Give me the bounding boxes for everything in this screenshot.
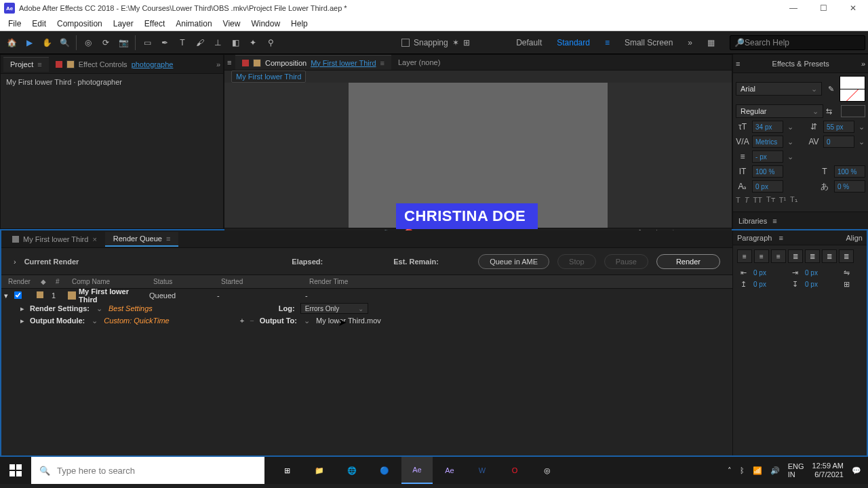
workspace-menu-icon[interactable]: ≡ bbox=[605, 38, 610, 47]
home-tool-icon[interactable]: 🏠 bbox=[3, 35, 20, 51]
tab-layer-none[interactable]: Layer (none) bbox=[391, 55, 447, 70]
allcaps-icon[interactable]: TT bbox=[753, 196, 762, 204]
font-family-dropdown[interactable]: Arial⌄ bbox=[736, 82, 822, 96]
rq-label-swatch[interactable] bbox=[37, 291, 43, 298]
rs-chevron-icon[interactable]: ⌄ bbox=[95, 304, 103, 313]
tab-comp-name[interactable]: My First lower Third bbox=[311, 59, 376, 67]
para-menu-icon[interactable]: ≡ bbox=[778, 234, 783, 242]
font-style-dropdown[interactable]: Regular⌄ bbox=[736, 104, 823, 118]
start-button[interactable] bbox=[0, 457, 31, 484]
rect-tool-icon[interactable]: ▭ bbox=[139, 35, 155, 51]
rotate-tool-icon[interactable]: ⟳ bbox=[98, 35, 114, 51]
no-fill-icon[interactable] bbox=[841, 105, 865, 117]
kerning-input[interactable]: Metrics bbox=[752, 136, 783, 148]
type-tool-icon[interactable]: T bbox=[174, 35, 191, 51]
menu-animation[interactable]: Animation bbox=[170, 19, 217, 28]
workspace-grid-icon[interactable]: ▦ bbox=[707, 38, 715, 47]
justify-right-icon[interactable]: ≣ bbox=[822, 249, 837, 263]
rq-row-twirl-icon[interactable]: ▾ bbox=[4, 291, 14, 300]
file-explorer-icon[interactable]: 📁 bbox=[304, 457, 335, 484]
menu-help[interactable]: Help bbox=[285, 19, 313, 28]
brush-tool-icon[interactable]: 🖌 bbox=[192, 35, 208, 51]
tray-chevron-icon[interactable]: ˄ bbox=[728, 466, 732, 475]
tray-clock[interactable]: 12:59 AM 6/7/2021 bbox=[812, 462, 844, 479]
camera-tool-icon[interactable]: 📷 bbox=[115, 35, 132, 51]
menu-file[interactable]: File bbox=[3, 19, 26, 28]
indent-first-value[interactable]: 0 px bbox=[805, 269, 836, 277]
breadcrumb-item[interactable]: My First lower Third bbox=[231, 70, 306, 83]
taskbar-search-input[interactable]: 🔍 Type here to search bbox=[31, 457, 264, 484]
justify-left-icon[interactable]: ≣ bbox=[788, 249, 803, 263]
word-icon[interactable]: W bbox=[467, 457, 498, 484]
output-to-chevron-icon[interactable]: ⌄ bbox=[302, 317, 311, 325]
om-chevron-icon[interactable]: ⌄ bbox=[90, 317, 98, 325]
comp-viewer[interactable]: CHRISTINA DOE bbox=[224, 83, 732, 228]
after-effects2-icon[interactable]: Ae bbox=[434, 457, 465, 484]
para-extra-icon[interactable]: ⊞ bbox=[840, 280, 852, 289]
snap-opt-icon[interactable]: ✶ bbox=[452, 38, 459, 47]
col-render[interactable]: Render bbox=[4, 278, 37, 285]
faux-bold-icon[interactable]: T bbox=[736, 196, 741, 204]
snap-opt2-icon[interactable]: ⊞ bbox=[463, 38, 470, 47]
expand-current-render-icon[interactable]: › bbox=[14, 258, 16, 266]
align-right-icon[interactable]: ≡ bbox=[771, 249, 786, 263]
justify-center-icon[interactable]: ≣ bbox=[805, 249, 820, 263]
stop-button[interactable]: Stop bbox=[557, 254, 596, 269]
menu-effect[interactable]: Effect bbox=[139, 19, 170, 28]
chevron-down-icon[interactable]: ⌄ bbox=[786, 123, 794, 131]
rs-twirl-icon[interactable]: ▸ bbox=[20, 304, 24, 313]
tab-render-queue[interactable]: Render Queue ≡ bbox=[105, 232, 179, 247]
panel-overflow-icon[interactable]: » bbox=[861, 60, 865, 68]
align-center-icon[interactable]: ≡ bbox=[754, 249, 769, 263]
puppet-tool-icon[interactable]: ⚲ bbox=[262, 35, 279, 51]
space-before-value[interactable]: 0 px bbox=[753, 281, 785, 288]
tray-wifi-icon[interactable]: 📶 bbox=[753, 466, 762, 475]
panel-overflow-icon[interactable]: » bbox=[216, 60, 220, 68]
subscript-icon[interactable]: T₁ bbox=[790, 195, 797, 204]
smallcaps-icon[interactable]: Tᴛ bbox=[766, 195, 775, 204]
tray-notifications-icon[interactable]: 💬 bbox=[852, 466, 861, 475]
edge-icon[interactable]: 🌐 bbox=[336, 457, 368, 484]
pen-tool-icon[interactable]: ✒ bbox=[157, 35, 173, 51]
tsume-input[interactable]: 0 % bbox=[834, 180, 865, 192]
maximize-button[interactable]: ☐ bbox=[808, 0, 838, 16]
log-dropdown[interactable]: Errors Only⌄ bbox=[300, 303, 368, 314]
chevron-down-icon[interactable]: ⌄ bbox=[857, 123, 865, 131]
snapping-checkbox[interactable] bbox=[401, 39, 410, 47]
libraries-menu-icon[interactable]: ≡ bbox=[772, 217, 776, 225]
minimize-button[interactable]: — bbox=[778, 0, 808, 16]
tab-libraries[interactable]: Libraries bbox=[738, 217, 767, 225]
vert-scale-input[interactable]: 100 % bbox=[752, 165, 783, 178]
rtl-toggle-icon[interactable]: ⇋ bbox=[840, 268, 852, 277]
col-comp-name[interactable]: Comp Name bbox=[68, 278, 149, 285]
col-label-icon[interactable]: ◆ bbox=[37, 278, 52, 285]
hand-tool-icon[interactable]: ✋ bbox=[39, 35, 55, 51]
menu-edit[interactable]: Edit bbox=[26, 19, 52, 28]
task-view-icon[interactable]: ⊞ bbox=[271, 457, 302, 484]
font-size-input[interactable]: 34 px bbox=[752, 121, 783, 133]
menu-composition[interactable]: Composition bbox=[52, 19, 108, 28]
horiz-scale-input[interactable]: 100 % bbox=[834, 165, 865, 178]
tray-bluetooth-icon[interactable]: ᛒ bbox=[740, 466, 745, 474]
tab-timeline-comp[interactable]: My First lower Third × bbox=[4, 232, 105, 247]
leading-input[interactable]: 55 px bbox=[823, 121, 854, 133]
render-button[interactable]: Render bbox=[656, 254, 720, 269]
baseline-input[interactable]: 0 px bbox=[752, 180, 783, 192]
selection-tool-icon[interactable]: ▶ bbox=[21, 35, 37, 51]
app-generic-icon[interactable]: 🔵 bbox=[369, 457, 400, 484]
workspace-smallscreen[interactable]: Small Screen bbox=[625, 38, 673, 47]
output-module-link[interactable]: Custom: QuickTime bbox=[104, 317, 169, 325]
col-status[interactable]: Status bbox=[149, 278, 217, 285]
tab-align[interactable]: Align bbox=[846, 234, 863, 242]
col-render-time[interactable]: Render Time bbox=[305, 278, 387, 285]
queue-in-ame-button[interactable]: Queue in AME bbox=[478, 254, 549, 269]
zoom-tool-icon[interactable]: 🔍 bbox=[56, 35, 73, 51]
tracking-input[interactable]: 0 bbox=[823, 136, 854, 148]
superscript-icon[interactable]: T¹ bbox=[779, 196, 786, 204]
menu-window[interactable]: Window bbox=[245, 19, 285, 28]
tab-project[interactable]: Project≡ bbox=[3, 57, 49, 72]
after-effects-taskbar-icon[interactable]: Ae bbox=[401, 457, 433, 484]
stamp-tool-icon[interactable]: ⊥ bbox=[210, 35, 226, 51]
rq-item-row[interactable]: ▾ 1 My First lower Third Queued - - bbox=[1, 289, 732, 302]
rq-row-checkbox[interactable] bbox=[14, 291, 22, 298]
